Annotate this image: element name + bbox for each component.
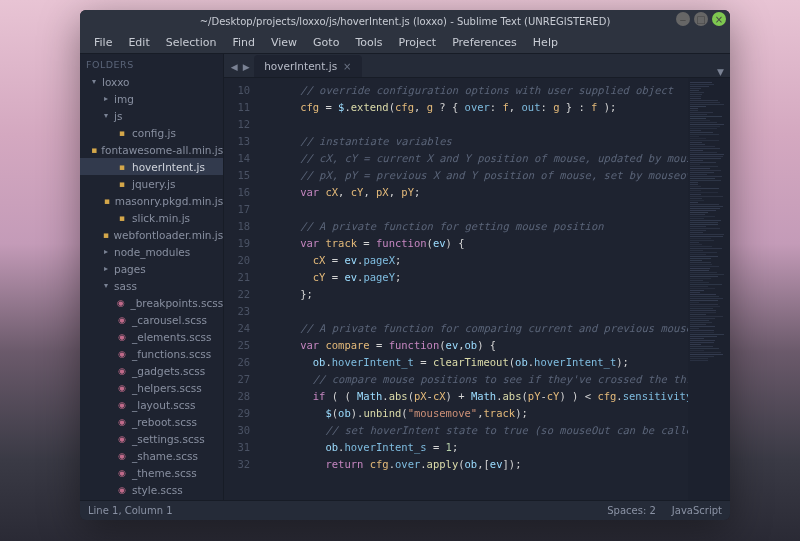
- file-_gadgets.scss[interactable]: ◉_gadgets.scss: [80, 362, 223, 379]
- code-line[interactable]: // cX, cY = current X and Y position of …: [262, 150, 730, 167]
- minimap-line: [690, 98, 701, 99]
- file-_theme.scss[interactable]: ◉_theme.scss: [80, 464, 223, 481]
- minimap-line: [690, 354, 723, 355]
- close-button[interactable]: ×: [712, 12, 726, 26]
- menu-find[interactable]: Find: [224, 33, 263, 52]
- code-line[interactable]: // instantiate variables: [262, 133, 730, 150]
- tab-next-icon[interactable]: ▶: [240, 57, 252, 77]
- status-language[interactable]: JavaScript: [672, 505, 722, 516]
- code-line[interactable]: // set hoverIntent state to true (so mou…: [262, 422, 730, 439]
- file-webfontloader.min.js[interactable]: ▪webfontloader.min.js: [80, 226, 223, 243]
- status-caret[interactable]: Line 1, Column 1: [88, 505, 173, 516]
- menu-preferences[interactable]: Preferences: [444, 33, 525, 52]
- minimap-line: [690, 156, 723, 157]
- tab-overflow-icon[interactable]: ▼: [717, 67, 724, 77]
- code-line[interactable]: ob.hoverIntent_t = clearTimeout(ob.hover…: [262, 354, 730, 371]
- menu-file[interactable]: File: [86, 33, 120, 52]
- menu-tools[interactable]: Tools: [347, 33, 390, 52]
- code-line[interactable]: ob.hoverIntent_s = 1;: [262, 439, 730, 456]
- code-line[interactable]: [262, 116, 730, 133]
- file-_breakpoints.scss[interactable]: ◉_breakpoints.scss: [80, 294, 223, 311]
- code-line[interactable]: // override configuration options with u…: [262, 82, 730, 99]
- file-style.scss[interactable]: ◉style.scss: [80, 481, 223, 498]
- file-_shame.scss[interactable]: ◉_shame.scss: [80, 447, 223, 464]
- folder-sass[interactable]: ▾sass: [80, 277, 223, 294]
- minimap-line: [690, 296, 719, 297]
- file-fontawesome-all.min.js[interactable]: ▪fontawesome-all.min.js: [80, 141, 223, 158]
- code-line[interactable]: // A private function for comparing curr…: [262, 320, 730, 337]
- sidebar-header: FOLDERS: [80, 56, 223, 73]
- folder-img[interactable]: ▸img: [80, 90, 223, 107]
- minimap-line: [690, 166, 718, 167]
- file-_functions.scss[interactable]: ◉_functions.scss: [80, 345, 223, 362]
- minimap-line: [690, 142, 702, 143]
- file-_reboot.scss[interactable]: ◉_reboot.scss: [80, 413, 223, 430]
- code-line[interactable]: return cfg.over.apply(ob,[ev]);: [262, 456, 730, 473]
- tree-label: pages: [114, 263, 146, 275]
- menu-help[interactable]: Help: [525, 33, 566, 52]
- file-_layout.scss[interactable]: ◉_layout.scss: [80, 396, 223, 413]
- file-jquery.js[interactable]: ▪jquery.js: [80, 175, 223, 192]
- file-slick.min.js[interactable]: ▪slick.min.js: [80, 209, 223, 226]
- minimap-line: [690, 294, 716, 295]
- minimap-line: [690, 360, 708, 361]
- sidebar[interactable]: FOLDERS ▾loxxo▸img▾js▪config.js▪fontawes…: [80, 54, 224, 500]
- minimap-line: [690, 214, 705, 215]
- tab-active[interactable]: hoverIntent.js ×: [254, 55, 361, 77]
- tab-close-icon[interactable]: ×: [343, 61, 351, 72]
- code-line[interactable]: cX = ev.pageX;: [262, 252, 730, 269]
- minimap-line: [690, 254, 706, 255]
- code-line[interactable]: cfg = $.extend(cfg, g ? { over: f, out: …: [262, 99, 730, 116]
- minimap-line: [690, 120, 710, 121]
- minimap-line: [690, 204, 719, 205]
- tab-prev-icon[interactable]: ◀: [228, 57, 240, 77]
- code-line[interactable]: };: [262, 286, 730, 303]
- minimap-line: [690, 226, 706, 227]
- menu-view[interactable]: View: [263, 33, 305, 52]
- minimap[interactable]: [688, 78, 730, 500]
- code-line[interactable]: if ( ( Math.abs(pX-cX) + Math.abs(pY-cY)…: [262, 388, 730, 405]
- file-hoverIntent.js[interactable]: ▪hoverIntent.js: [80, 158, 223, 175]
- file-_settings.scss[interactable]: ◉_settings.scss: [80, 430, 223, 447]
- menu-goto[interactable]: Goto: [305, 33, 347, 52]
- folder-js[interactable]: ▾js: [80, 107, 223, 124]
- minimap-line: [690, 358, 708, 359]
- folder-loxxo[interactable]: ▾loxxo: [80, 73, 223, 90]
- file-_elements.scss[interactable]: ◉_elements.scss: [80, 328, 223, 345]
- code-line[interactable]: var track = function(ev) {: [262, 235, 730, 252]
- code-area[interactable]: 1011121314151617181920212223242526272829…: [224, 78, 730, 500]
- minimap-line: [690, 94, 702, 95]
- code-line[interactable]: // pX, pY = previous X and Y position of…: [262, 167, 730, 184]
- titlebar[interactable]: ~/Desktop/projects/loxxo/js/hoverIntent.…: [80, 10, 730, 32]
- tree-label: config.js: [132, 127, 176, 139]
- code-line[interactable]: // A private function for getting mouse …: [262, 218, 730, 235]
- code-line[interactable]: cY = ev.pageY;: [262, 269, 730, 286]
- status-spaces[interactable]: Spaces: 2: [607, 505, 656, 516]
- line-number: 20: [224, 252, 250, 269]
- file-masonry.pkgd.min.js[interactable]: ▪masonry.pkgd.min.js: [80, 192, 223, 209]
- tree-label: _shame.scss: [132, 450, 198, 462]
- file-_carousel.scss[interactable]: ◉_carousel.scss: [80, 311, 223, 328]
- minimap-line: [690, 246, 712, 247]
- minimize-button[interactable]: ‒: [676, 12, 690, 26]
- folder-node_modules[interactable]: ▸node_modules: [80, 243, 223, 260]
- menu-edit[interactable]: Edit: [120, 33, 157, 52]
- minimap-line: [690, 172, 714, 173]
- menu-project[interactable]: Project: [391, 33, 445, 52]
- file-config.js[interactable]: ▪config.js: [80, 124, 223, 141]
- minimap-line: [690, 284, 722, 285]
- code-line[interactable]: var compare = function(ev,ob) {: [262, 337, 730, 354]
- code-line[interactable]: $(ob).unbind("mousemove",track);: [262, 405, 730, 422]
- file-_helpers.scss[interactable]: ◉_helpers.scss: [80, 379, 223, 396]
- maximize-button[interactable]: □: [694, 12, 708, 26]
- code-line[interactable]: [262, 201, 730, 218]
- code-line[interactable]: // compare mouse positions to see if the…: [262, 371, 730, 388]
- code-line[interactable]: var cX, cY, pX, pY;: [262, 184, 730, 201]
- folder-pages[interactable]: ▸pages: [80, 260, 223, 277]
- js-file-icon: ▪: [116, 127, 128, 139]
- minimap-line: [690, 148, 720, 149]
- statusbar: Line 1, Column 1 Spaces: 2 JavaScript: [80, 500, 730, 520]
- code[interactable]: // override configuration options with u…: [258, 78, 730, 500]
- code-line[interactable]: [262, 303, 730, 320]
- menu-selection[interactable]: Selection: [158, 33, 225, 52]
